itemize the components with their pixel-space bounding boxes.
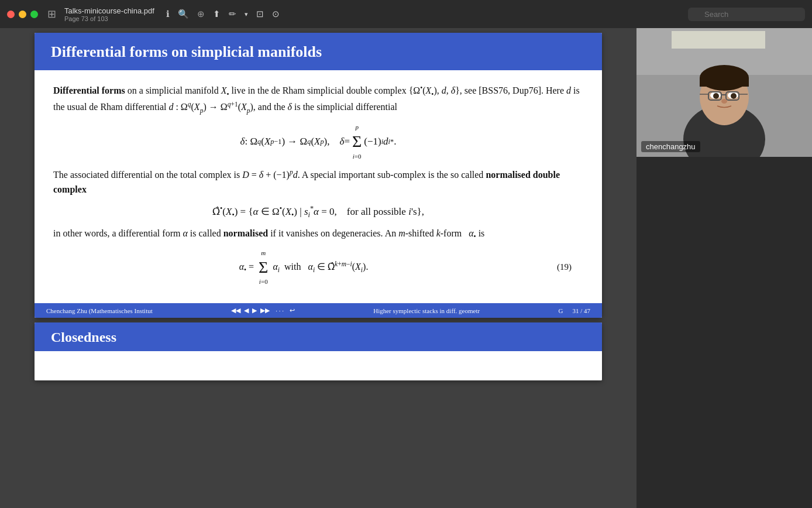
slide-header: Differential forms on simplicial manifol… bbox=[35, 33, 602, 70]
svg-point-12 bbox=[731, 93, 737, 99]
crop-icon[interactable]: ⊡ bbox=[256, 9, 264, 19]
nav-arrow-left2[interactable]: ◀ bbox=[244, 307, 249, 314]
webcam-panel: chenchangzhu bbox=[636, 28, 812, 508]
bold-differential-forms: Differential forms bbox=[53, 85, 125, 95]
sidebar-toggle-icon[interactable]: ⊞ bbox=[47, 8, 56, 20]
webcam-video: chenchangzhu bbox=[636, 28, 812, 157]
titlebar-info: Talks-minicourse-china.pdf Page 73 of 10… bbox=[64, 6, 154, 22]
filename-label: Talks-minicourse-china.pdf bbox=[64, 6, 154, 15]
equation-omega-hat: Ω̂•(X•) = {α ∈ Ω•(X•) | si*α = 0, for al… bbox=[53, 203, 583, 221]
nav-arrow-right1[interactable]: ▶ bbox=[252, 307, 257, 314]
slide-body: Differential forms on a simplicial manif… bbox=[35, 70, 602, 303]
close-button[interactable] bbox=[7, 11, 15, 18]
svg-point-18 bbox=[721, 99, 727, 104]
share-icon[interactable]: ⬆ bbox=[213, 9, 221, 19]
svg-point-11 bbox=[713, 93, 719, 99]
footer-author: Chenchang Zhu (Mathematisches Institut bbox=[46, 307, 153, 314]
footer-undo[interactable]: ↩ bbox=[290, 307, 295, 314]
equation-alpha: α• = m Σ i=0 αi with αi ∈ Ω̂k+m−i(Xi). (… bbox=[53, 248, 583, 287]
main-content: Differential forms on simplicial manifol… bbox=[0, 28, 812, 508]
paragraph-2: The associated differential on the total… bbox=[53, 167, 583, 197]
traffic-lights bbox=[7, 11, 38, 18]
slide-footer: Chenchang Zhu (Mathematisches Institut ◀… bbox=[35, 303, 602, 318]
equation-delta: δ : Ωq(Xp−1) → Ωq(Xp), δ = p Σ i=0 (−1)i… bbox=[53, 122, 583, 162]
page-info-label: Page 73 of 103 bbox=[64, 15, 154, 22]
minimize-button[interactable] bbox=[19, 11, 26, 18]
slide-title: Differential forms on simplicial manifol… bbox=[51, 43, 586, 61]
pdf-viewer: Differential forms on simplicial manifol… bbox=[0, 28, 636, 508]
nav-arrow-right2[interactable]: ▶▶ bbox=[260, 307, 270, 314]
footer-title: Higher symplectic stacks in diff. geomet… bbox=[373, 307, 480, 314]
footer-g-label: G bbox=[558, 307, 563, 314]
options-icon[interactable]: ⊙ bbox=[272, 9, 280, 19]
paragraph-1: Differential forms on a simplicial manif… bbox=[53, 83, 583, 116]
webcam-svg bbox=[636, 28, 812, 157]
main-slide: Differential forms on simplicial manifol… bbox=[35, 33, 602, 318]
search-wrapper bbox=[688, 8, 805, 21]
annotate-icon[interactable]: ✏ bbox=[229, 9, 236, 19]
maximize-button[interactable] bbox=[30, 11, 38, 18]
next-slide-title: Closedness bbox=[51, 329, 586, 345]
info-icon[interactable]: ℹ bbox=[166, 9, 170, 19]
search-input[interactable] bbox=[688, 8, 805, 21]
footer-right: G 31 / 47 bbox=[558, 307, 590, 314]
zoom-in-icon[interactable]: ⊕ bbox=[197, 9, 205, 19]
nav-arrow-left1[interactable]: ◀◀ bbox=[231, 307, 240, 314]
svg-rect-2 bbox=[672, 31, 765, 49]
bold-normalised-2: normalised bbox=[223, 228, 268, 238]
webcam-user-label: chenchangzhu bbox=[641, 141, 700, 152]
right-panel-empty bbox=[636, 157, 812, 508]
equation-number-19: (19) bbox=[542, 260, 572, 274]
paragraph-3: in other words, a differential form α is… bbox=[53, 226, 583, 242]
bold-normalised: normalised double complex bbox=[53, 170, 560, 194]
next-slide-body bbox=[35, 351, 602, 380]
next-slide-header: Closedness bbox=[35, 322, 602, 351]
footer-nav-dots: · · · bbox=[276, 307, 284, 314]
svg-rect-8 bbox=[700, 78, 749, 87]
toolbar-icons: ℹ 🔍 ⊕ ⬆ ✏ ▾ ⊡ ⊙ bbox=[166, 9, 280, 19]
annotate-dropdown-icon[interactable]: ▾ bbox=[245, 11, 248, 18]
zoom-out-icon[interactable]: 🔍 bbox=[178, 9, 189, 19]
footer-nav-arrows: ◀◀ ◀ ▶ ▶▶ · · · ↩ bbox=[231, 307, 295, 314]
titlebar: ⊞ Talks-minicourse-china.pdf Page 73 of … bbox=[0, 0, 812, 28]
footer-page-num: 31 / 47 bbox=[572, 307, 590, 314]
equation-alpha-content: α• = m Σ i=0 αi with αi ∈ Ω̂k+m−i(Xi). bbox=[65, 248, 542, 287]
webcam-background bbox=[636, 28, 812, 157]
next-slide-preview: Closedness bbox=[35, 322, 602, 380]
